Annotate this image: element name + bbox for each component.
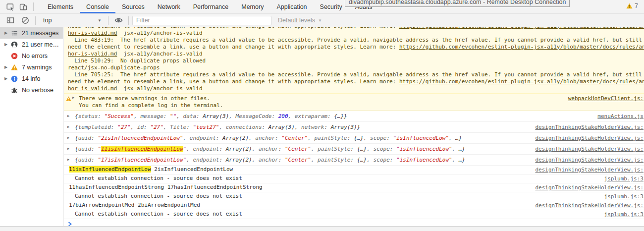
tab-elements[interactable]: Elements — [41, 0, 80, 13]
message-text: Line 705:25: The href attribute requires… — [68, 71, 642, 78]
sidebar-item-14-info[interactable]: ▶14 info — [0, 73, 63, 84]
message-link[interactable]: hor-is-valid.md — [68, 30, 117, 36]
tab-network[interactable]: Network — [151, 0, 187, 13]
message-text: "Center" — [285, 157, 311, 163]
message-text: "test27" — [193, 124, 219, 130]
sidebar-item-no-errors[interactable]: No errors — [0, 50, 63, 61]
sidebar-item-7-warnings[interactable]: ▶7 warnings — [0, 61, 63, 73]
device-toolbar-icon[interactable] — [17, 1, 30, 13]
message-text: { — [75, 124, 78, 130]
message-text: , scope: — [364, 135, 393, 141]
expand-arrow-icon[interactable]: ▶ — [67, 146, 69, 151]
live-expression-eye-icon[interactable] — [112, 14, 125, 26]
toolbar-separator — [108, 16, 108, 25]
message-text: } — [357, 124, 361, 130]
log-text-connection-error: Cannot establish connection - source doe… — [64, 174, 644, 183]
message-text: "17isInfluencedEndpointLow" — [98, 157, 186, 163]
message-link[interactable]: https://github.com/evcohen/eslint-plugin… — [399, 78, 644, 85]
message-text: {…} — [357, 157, 367, 163]
clear-console-icon[interactable] — [19, 14, 32, 26]
source-location-link[interactable]: webpackHotDevClient.js: — [568, 95, 644, 102]
log-text-connection-error: Cannot establish connection - source doe… — [64, 210, 644, 219]
eslint-warning-block: need the element to resemble a link, use… — [64, 27, 644, 94]
log-text-connection-error: Cannot establish connection - source doe… — [64, 192, 644, 201]
source-location-link[interactable]: designThinkingStakeHolderView.js: — [535, 156, 644, 164]
sidebar-item-no-verbose[interactable]: No verbose — [0, 84, 63, 96]
message-text: "isInfluencedLow" — [396, 157, 452, 163]
message-text: "isInfluencedLow" — [396, 146, 452, 152]
tab-security[interactable]: Security — [314, 0, 349, 13]
message-text: 11isInfluencedEndpointLow — [69, 166, 151, 173]
source-location-link[interactable]: jsplumb.js:3 — [604, 193, 644, 200]
message-text: jsx-a11y/anchor-is-valid — [117, 30, 202, 36]
source-location-link[interactable]: designThinkingStakeHolderView.js: — [535, 167, 644, 173]
expand-arrow-icon[interactable]: ▶ — [72, 95, 74, 100]
message-text: { — [75, 135, 78, 141]
sidebar-item-label: 14 info — [22, 75, 41, 82]
message-text: , extraparam: — [288, 113, 334, 119]
message-text: "" — [170, 113, 176, 119]
source-location-link[interactable]: designThinkingStakeHolderView.js: — [535, 184, 644, 191]
source-location-link[interactable]: designThinkingStakeHolderView.js: — [535, 145, 644, 153]
tab-sources[interactable]: Sources — [115, 0, 151, 13]
message-text: , data: — [176, 113, 203, 119]
context-selector-value: top — [43, 17, 52, 24]
expand-arrow-icon[interactable]: ▶ — [67, 114, 69, 118]
message-text: "Success" — [105, 113, 134, 119]
execution-context-selector[interactable]: top ▼ — [39, 17, 105, 24]
message-text: "Center" — [281, 135, 308, 141]
message-text: You can find a complete log in the termi… — [79, 102, 223, 109]
source-location-link[interactable]: designThinkingStakeHolderView.js: — [535, 202, 644, 209]
main-toolbar-icons — [0, 0, 37, 13]
log-levels-dropdown[interactable]: Default levels ▼ — [278, 17, 322, 24]
inspect-element-icon[interactable] — [4, 1, 17, 13]
console-messages-pane: need the element to resemble a link, use… — [64, 27, 644, 226]
message-link[interactable]: hor-is-valid.md — [68, 51, 117, 57]
message-text: , anchor: — [249, 135, 281, 141]
webpack-warning: ▶There were more warnings in other files… — [64, 94, 644, 111]
tab-console[interactable]: Console — [80, 0, 115, 13]
expand-arrow-icon[interactable]: ▶ — [67, 124, 69, 129]
filter-input[interactable] — [132, 16, 271, 25]
source-location-link[interactable]: jsplumb.js:3 — [604, 175, 644, 182]
source-location-link[interactable]: jsplumb.js:3 — [604, 211, 644, 218]
sidebar-item-label: 21 messages — [22, 30, 58, 37]
expand-arrow-icon[interactable]: ▶ — [4, 76, 11, 81]
expand-arrow-icon[interactable]: ▶ — [67, 157, 69, 162]
show-console-sidebar-icon[interactable] — [4, 14, 17, 26]
source-location-link[interactable]: menuActions.js — [597, 113, 644, 120]
message-text: Array(2) — [226, 157, 252, 163]
sidebar-item-21-messages[interactable]: ▶21 messages — [0, 27, 63, 39]
tab-performance[interactable]: Performance — [187, 0, 235, 13]
message-text: need the element to resemble a link, use… — [68, 78, 399, 85]
expand-arrow-icon[interactable]: ▶ — [67, 135, 69, 140]
expand-arrow-icon[interactable]: ▶ — [4, 31, 11, 35]
message-text: 11isInfluencedEndpointLow — [101, 146, 183, 152]
source-location-link[interactable]: designThinkingStakeHolderView.js: — [535, 134, 644, 142]
message-text: status: — [78, 113, 105, 119]
message-text: , anchor: — [252, 146, 285, 152]
sidebar-item-21-user-me-[interactable]: ▶21 user me… — [0, 39, 63, 50]
bottom-strip — [0, 226, 644, 231]
tab-memory[interactable]: Memory — [235, 0, 270, 13]
log-object-uuid-2: ▶{uuid: "2isInfluencedEndpointLow", endp… — [64, 132, 644, 143]
message-text: Cannot establish connection - source doe… — [75, 193, 242, 199]
message-text: Array(3) — [203, 113, 229, 119]
warnings-badge[interactable]: 7 — [626, 2, 638, 9]
message-text: , paintStyle: — [308, 135, 354, 141]
message-link[interactable]: hor-is-valid.md — [68, 85, 117, 92]
console-prompt[interactable] — [64, 219, 644, 226]
message-link[interactable]: https://github.com/evcohen/eslint-plugin… — [399, 27, 644, 29]
message-link[interactable]: https://github.com/evcohen/eslint-plugin… — [399, 44, 644, 50]
message-text: Line 510:29: No duplicate props allowed — [68, 58, 206, 64]
expand-arrow-icon[interactable]: ▶ — [4, 65, 11, 69]
message-text: , id: — [131, 124, 151, 130]
message-text: " — [98, 146, 101, 152]
source-location-link[interactable]: designThinkingStakeHolderView.js: — [535, 123, 644, 131]
message-body: There were more warnings in other files.… — [79, 95, 644, 109]
messages-icon — [11, 30, 18, 37]
message-text: jsx-a11y/anchor-is-valid — [117, 51, 202, 57]
tab-application[interactable]: Application — [270, 0, 313, 13]
expand-arrow-icon[interactable]: ▶ — [4, 42, 11, 47]
message-text: } — [344, 113, 347, 119]
